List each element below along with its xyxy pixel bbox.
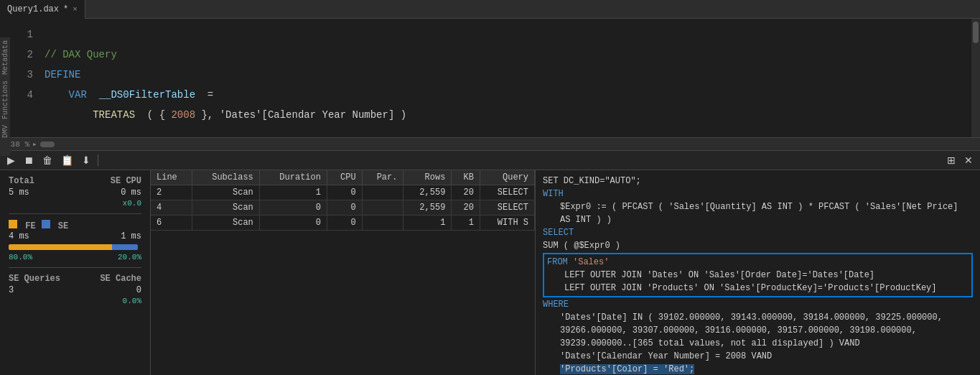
se-queries-value: 3 (9, 285, 14, 295)
se-cpu-label: SE CPU (111, 176, 141, 186)
table-row[interactable]: 6Scan0011WITH S (151, 216, 535, 231)
se-cpu-value: 0 ms (121, 188, 141, 198)
table-cell: WITH S (480, 216, 534, 231)
se-group: SE (42, 220, 69, 231)
se-label: SE (58, 221, 68, 231)
editor-status: 238 % ▸ (0, 137, 980, 150)
stats-panel: Total SE CPU 5 ms 0 ms x0.0 FE SE 4 ms 1… (0, 170, 151, 375)
query-line-9: WHERE (543, 298, 973, 311)
se-cache-pct: 0.0% (123, 297, 141, 305)
query-panel[interactable]: SET DC_KIND="AUTO"; WITH $Expr0 := ( PFC… (535, 170, 980, 375)
col-rows[interactable]: Rows (403, 170, 452, 185)
table-cell: 2,559 (403, 200, 452, 216)
bottom-panel: Total SE CPU 5 ms 0 ms x0.0 FE SE 4 ms 1… (0, 170, 980, 375)
se-pct: 20.0% (118, 253, 141, 261)
query-tab[interactable]: Query1.dax * × (0, 0, 85, 19)
se-cache-value: 0 (136, 285, 141, 295)
table-cell: Scan (192, 216, 259, 231)
horizontal-scroll[interactable] (40, 142, 55, 147)
metadata-label[interactable]: Metadata (0, 37, 10, 78)
se-queries-label: SE Queries (9, 274, 60, 284)
toolbar-right: ⊞ ✕ (944, 154, 976, 167)
total-value: 5 ms (9, 188, 29, 198)
line-numbers: 1 2 3 4 (10, 19, 39, 137)
cache-values-row: 3 0 (9, 285, 141, 295)
cache-header-row: SE Queries SE Cache (9, 274, 141, 284)
code-content[interactable]: // DAX Query DEFINE VAR __DS0FilterTable… (39, 19, 980, 137)
se-cache-label: SE Cache (100, 274, 141, 284)
pct-row: 80.0% 20.0% (9, 253, 141, 261)
table-row[interactable]: 2Scan102,55920SELECT (151, 185, 535, 200)
table-cell (362, 200, 403, 216)
table-panel: Line Subclass Duration CPU Par. Rows KB … (151, 170, 535, 375)
col-duration[interactable]: Duration (259, 170, 327, 185)
stats-header-row: Total SE CPU (9, 176, 141, 186)
dmv-label[interactable]: DMV (0, 122, 10, 141)
col-line[interactable]: Line (151, 170, 192, 185)
tab-close-button[interactable]: × (73, 5, 78, 14)
query-line-7: LEFT OUTER JOIN 'Dates' ON 'Sales'[Order… (547, 269, 969, 282)
table-cell: 2,559 (403, 185, 452, 200)
stop-button[interactable]: ⏹ (21, 154, 37, 167)
query-line-5: SUM ( @$Expr0 ) (543, 239, 973, 252)
table-body: 2Scan102,55920SELECT4Scan002,55920SELECT… (151, 185, 535, 231)
scroll-thumb[interactable] (973, 22, 979, 43)
query-line-12: 'Products'[Color] = 'Red'; (543, 363, 973, 375)
table-cell: Scan (192, 185, 259, 200)
query-line-1: SET DC_KIND="AUTO"; (543, 175, 973, 188)
col-par[interactable]: Par. (362, 170, 403, 185)
side-labels-panel: Metadata Functions DMV (0, 37, 10, 156)
table-cell: 2 (151, 185, 192, 200)
query-line-11: 'Dates'[Calendar Year Number] = 2008 VAN… (543, 350, 973, 363)
table-cell: 0 (327, 216, 362, 231)
fe-color-box (9, 220, 17, 228)
fe-pct: 80.0% (9, 253, 32, 261)
table-cell: 4 (151, 200, 192, 216)
se-value: 1 ms (121, 231, 141, 241)
query-highlighted-block: FROM 'Sales' LEFT OUTER JOIN 'Dates' ON … (543, 253, 973, 297)
data-table: Line Subclass Duration CPU Par. Rows KB … (151, 170, 535, 231)
table-cell (362, 216, 403, 231)
table-cell: 0 (259, 216, 327, 231)
expand-button[interactable]: ⊞ (944, 154, 958, 167)
fe-value: 4 ms (9, 231, 29, 241)
table-cell: 0 (327, 185, 362, 200)
table-row[interactable]: 4Scan002,55920SELECT (151, 200, 535, 216)
se-progress (112, 244, 138, 250)
query-line-8: LEFT OUTER JOIN 'Products' ON 'Sales'[Pr… (547, 282, 969, 295)
table-cell: 0 (327, 200, 362, 216)
query-line-2: WITH (543, 188, 973, 200)
query-line-10: 'Dates'[Date] IN ( 39102.000000, 39143.0… (543, 311, 973, 350)
export-button[interactable]: ⬇ (79, 154, 93, 167)
se-cpu-sub: x0.0 (123, 199, 141, 208)
table-cell: 6 (151, 216, 192, 231)
table-cell: 20 (452, 185, 480, 200)
query-line-4: SELECT (543, 226, 973, 239)
fe-progress (9, 244, 112, 250)
clear-button[interactable]: 🗑 (39, 154, 55, 167)
table-cell: 20 (452, 200, 480, 216)
col-query[interactable]: Query (480, 170, 534, 185)
table-cell: 1 (403, 216, 452, 231)
table-cell: SELECT (480, 185, 534, 200)
table-cell: SELECT (480, 200, 534, 216)
fe-se-row: FE SE (9, 220, 141, 231)
copy-button[interactable]: 📋 (58, 154, 76, 167)
table-cell (362, 185, 403, 200)
functions-label[interactable]: Functions (0, 78, 10, 122)
fe-label: FE (25, 221, 35, 231)
tab-label: Query1.dax (7, 4, 59, 14)
fe-group: FE (9, 220, 36, 231)
col-subclass[interactable]: Subclass (192, 170, 259, 185)
stats-divider-2 (9, 267, 141, 268)
col-kb[interactable]: KB (452, 170, 480, 185)
close-panel-button[interactable]: ✕ (961, 154, 976, 167)
tab-bar: Query1.dax * × (0, 0, 980, 19)
editor-scrollbar[interactable] (971, 19, 980, 137)
table-header-row: Line Subclass Duration CPU Par. Rows KB … (151, 170, 535, 185)
table-cell: Scan (192, 200, 259, 216)
code-editor[interactable]: 1 2 3 4 // DAX Query DEFINE VAR __DS0Fil… (10, 19, 980, 137)
col-cpu[interactable]: CPU (327, 170, 362, 185)
table-cell: 1 (452, 216, 480, 231)
query-line-3: $Expr0 := ( PFCAST ( 'Sales'[Quantity] A… (543, 200, 973, 226)
